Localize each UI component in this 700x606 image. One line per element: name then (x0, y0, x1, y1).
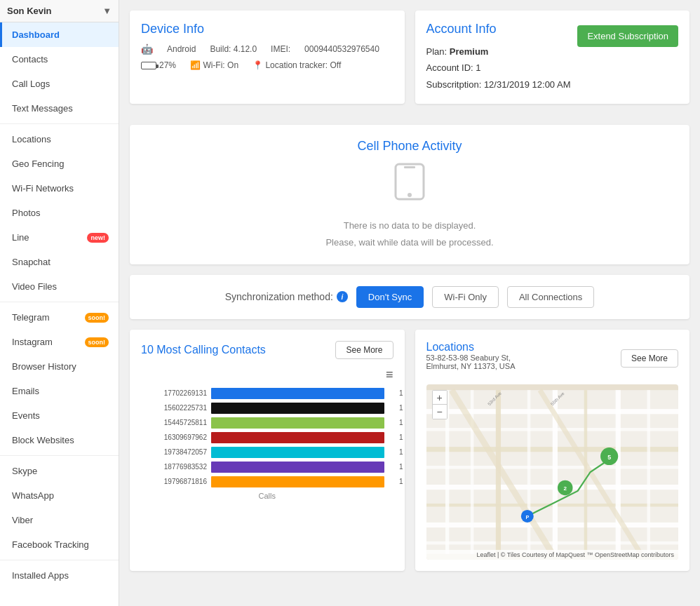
sidebar-item-label: Facebook Tracking (12, 539, 89, 550)
bar-track: 1 (211, 432, 393, 443)
svg-rect-17 (584, 390, 586, 554)
sidebar-item-block-websites[interactable]: Block Websites (0, 428, 119, 452)
sidebar-item-label: WhatsApp (12, 490, 54, 501)
sidebar-item-call-logs[interactable]: Call Logs (0, 72, 119, 96)
battery-pct: 27% (159, 60, 176, 70)
sidebar-item-whatsapp[interactable]: WhatsApp (0, 483, 119, 508)
all-connections-button[interactable]: All Connections (507, 286, 594, 308)
location-label: Location tracker: (265, 60, 328, 70)
sidebar-item-label: Viber (12, 515, 33, 525)
bar-label: 17702269131 (141, 389, 211, 397)
divider (0, 560, 119, 560)
sidebar-item-telegram[interactable]: Telegram soon! (0, 305, 119, 330)
map-zoom-control[interactable]: + − (432, 390, 447, 419)
main-content: Device Info 🤖 Android Build: 4.12.0 IMEI… (119, 0, 700, 606)
sidebar-item-browser-history[interactable]: Browser History (0, 354, 119, 379)
imei-value: 0009440532976540 (304, 44, 379, 54)
bottom-row: 10 Most Calling Contacts See More ≡ 1770… (130, 330, 689, 581)
zoom-in-button[interactable]: + (433, 391, 447, 405)
sidebar-item-label: Emails (12, 386, 39, 396)
bar-label: 16309697962 (141, 433, 211, 441)
subscription-label: Subscritption: (426, 79, 482, 90)
battery-display: 27% (141, 60, 176, 70)
account-id-value: 1 (476, 62, 480, 73)
sidebar-item-text-messages[interactable]: Text Messages (0, 96, 119, 121)
bar-value: 1 (399, 476, 403, 487)
svg-text:2: 2 (563, 485, 567, 492)
sidebar-item-label: Call Logs (12, 79, 50, 89)
sidebar-item-facebook-tracking[interactable]: Facebook Tracking (0, 532, 119, 557)
svg-rect-13 (470, 390, 473, 554)
locations-address: 53-82-53-98 Seabury St, Elmhurst, NY 113… (426, 354, 516, 370)
location-tracker-display: 📍 Location tracker: Off (253, 60, 341, 70)
map-placeholder: P 2 5 53rd Ave 55th Ave + − Leaflet | © … (426, 384, 679, 560)
sidebar-item-label: Contacts (12, 54, 48, 65)
dont-sync-button[interactable]: Don't Sync (356, 286, 424, 308)
bar-row: 15445725811 1 (141, 417, 393, 429)
imei-label: IMEI: (271, 44, 290, 54)
sidebar-item-label: Block Websites (12, 435, 74, 445)
top-row: Device Info 🤖 Android Build: 4.12.0 IMEI… (130, 11, 689, 114)
account-plan: Plan: Premium Account ID: 1 Subscritptio… (426, 43, 571, 93)
sidebar-item-label: Dashboard (12, 29, 60, 40)
sidebar: Son Kevin ▼ Dashboard Contacts Call Logs… (0, 0, 119, 606)
svg-rect-19 (647, 390, 649, 554)
sidebar-item-instagram[interactable]: Instagram soon! (0, 330, 119, 354)
bar-fill (211, 447, 384, 458)
bar-chart-rows: 17702269131 1 15602225731 1 15445725811 … (141, 388, 393, 487)
bar-fill (211, 462, 384, 473)
wifi-only-button[interactable]: Wi-Fi Only (432, 286, 499, 308)
new-badge: new! (87, 233, 109, 243)
device-info-title: Device Info (141, 22, 393, 36)
calling-contacts-card: 10 Most Calling Contacts See More ≡ 1770… (130, 330, 405, 571)
plan-value: Premium (450, 46, 489, 57)
extend-subscription-button[interactable]: Extend Subscription (577, 25, 678, 47)
map-container: P 2 5 53rd Ave 55th Ave + − Leaflet | © … (426, 384, 679, 560)
device-stats: 27% 📶 Wi-Fi: On 📍 Location tracker: Off (141, 60, 393, 70)
bar-label: 15445725811 (141, 419, 211, 426)
sidebar-item-skype[interactable]: Skype (0, 459, 119, 483)
sidebar-item-installed-apps[interactable]: Installed Apps (0, 563, 119, 588)
bar-chart: ≡ 17702269131 1 15602225731 1 1544572581… (141, 368, 393, 500)
sidebar-item-label: Wi-Fi Networks (12, 183, 74, 194)
sidebar-item-events[interactable]: Events (0, 403, 119, 428)
user-dropdown[interactable]: Son Kevin ▼ (0, 0, 119, 22)
sidebar-item-line[interactable]: Line new! (0, 225, 119, 250)
contacts-title: 10 Most Calling Contacts (141, 344, 266, 356)
bar-fill (211, 476, 384, 487)
sidebar-item-label: Events (12, 410, 40, 421)
address-line2: Elmhurst, NY 11373, USA (426, 362, 516, 370)
sidebar-item-label: Text Messages (12, 103, 73, 114)
bar-label: 19738472057 (141, 448, 211, 456)
contacts-see-more-button[interactable]: See More (335, 341, 393, 359)
bar-label: 18776983532 (141, 463, 211, 471)
sidebar-item-video-files[interactable]: Video Files (0, 274, 119, 299)
sidebar-item-label: Line (12, 232, 29, 243)
bar-value: 1 (399, 447, 403, 458)
bar-value: 1 (399, 417, 403, 429)
android-icon: 🤖 (141, 43, 153, 55)
sidebar-item-dashboard[interactable]: Dashboard (0, 22, 119, 47)
sidebar-item-label: Locations (12, 134, 51, 144)
sidebar-item-locations[interactable]: Locations (0, 127, 119, 152)
locations-see-more-button[interactable]: See More (621, 349, 678, 368)
sidebar-item-photos[interactable]: Photos (0, 201, 119, 225)
sidebar-item-snapchat[interactable]: Snapchat (0, 250, 119, 274)
sidebar-item-contacts[interactable]: Contacts (0, 47, 119, 72)
address-line1: 53-82-53-98 Seabury St, (426, 354, 511, 362)
zoom-out-button[interactable]: − (433, 405, 447, 419)
locations-title: Locations (426, 341, 475, 353)
sidebar-item-label: Snapchat (12, 257, 51, 267)
divider (0, 455, 119, 456)
dropdown-arrow-icon: ▼ (102, 6, 112, 16)
sidebar-item-wifi-networks[interactable]: Wi-Fi Networks (0, 176, 119, 201)
sidebar-item-viber[interactable]: Viber (0, 508, 119, 532)
sidebar-item-geo-fencing[interactable]: Geo Fencing (0, 152, 119, 176)
sidebar-item-emails[interactable]: Emails (0, 379, 119, 403)
bar-track: 1 (211, 447, 393, 458)
sidebar-item-label: Installed Apps (12, 570, 69, 581)
chart-menu-icon[interactable]: ≡ (386, 368, 393, 382)
subscription-value: 12/31/2019 12:00 AM (484, 79, 571, 90)
svg-rect-1 (404, 166, 415, 168)
divider (0, 302, 119, 302)
